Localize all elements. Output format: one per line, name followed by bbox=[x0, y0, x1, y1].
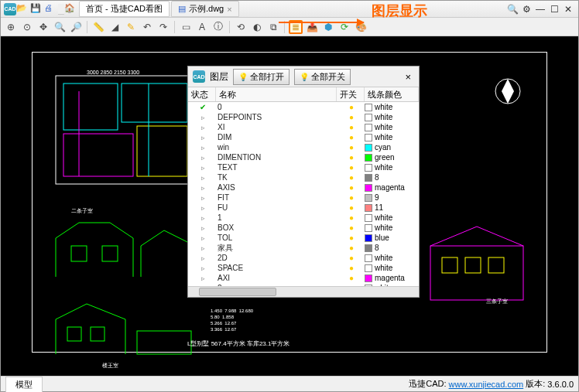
layer-row[interactable]: ▹DIMENTION●green bbox=[188, 152, 419, 162]
search-icon[interactable]: 🔍 bbox=[505, 3, 519, 15]
switch-icon[interactable]: ● bbox=[338, 274, 365, 282]
layer-row[interactable]: ▹BOX●white bbox=[188, 223, 419, 233]
zoom-in-icon[interactable]: 🔍 bbox=[53, 20, 67, 34]
model-tab[interactable]: 模型 bbox=[5, 377, 43, 392]
open-icon[interactable]: 📂 bbox=[16, 3, 29, 15]
layer-row[interactable]: ▹AXI●magenta bbox=[188, 273, 419, 283]
text-icon[interactable]: A bbox=[195, 20, 209, 34]
window-icon[interactable]: ▭ bbox=[179, 20, 193, 34]
layer-row[interactable]: ▹1●white bbox=[188, 213, 419, 223]
col-color[interactable]: 线条颜色 bbox=[365, 87, 419, 101]
switch-icon[interactable]: ● bbox=[338, 153, 365, 162]
layer-color[interactable]: white bbox=[365, 163, 417, 172]
svg-rect-11 bbox=[91, 327, 104, 341]
layer-color[interactable]: white bbox=[365, 264, 417, 272]
layer-row[interactable]: ▹DIM●white bbox=[188, 132, 419, 142]
col-name[interactable]: 名称 bbox=[216, 87, 337, 101]
scrollbar-thumb[interactable] bbox=[199, 288, 276, 296]
switch-icon[interactable]: ● bbox=[338, 133, 365, 141]
layer-color[interactable]: 9 bbox=[365, 193, 417, 202]
minimize-button[interactable]: — bbox=[533, 3, 547, 15]
switch-icon[interactable]: ● bbox=[338, 123, 365, 131]
layer-color[interactable]: magenta bbox=[365, 183, 417, 192]
zoom-out-icon[interactable]: 🔎 bbox=[69, 20, 83, 34]
redo-icon[interactable]: ↷ bbox=[156, 20, 170, 34]
layer-color[interactable]: green bbox=[365, 153, 417, 162]
undo-icon[interactable]: ↶ bbox=[140, 20, 154, 34]
layer-row[interactable]: ▹SPACE●white bbox=[188, 263, 419, 273]
save-icon[interactable]: 💾 bbox=[30, 3, 43, 15]
switch-icon[interactable]: ● bbox=[338, 143, 365, 152]
layer-color[interactable]: white bbox=[365, 213, 417, 222]
layer-color[interactable]: 8 bbox=[365, 244, 417, 252]
open-all-button[interactable]: 💡 全部打开 bbox=[233, 69, 290, 85]
switch-icon[interactable]: ● bbox=[338, 213, 365, 222]
switch-icon[interactable]: ● bbox=[338, 193, 365, 202]
switch-icon[interactable]: ● bbox=[338, 233, 365, 242]
switch-icon[interactable]: ● bbox=[338, 173, 365, 182]
layer-row[interactable]: ▹家具●8 bbox=[188, 243, 419, 253]
tab-file[interactable]: ▤ 示例.dwg × bbox=[171, 1, 239, 17]
measure-dist-icon[interactable]: 📏 bbox=[91, 20, 105, 34]
layer-row[interactable]: ▹FU●11 bbox=[188, 203, 419, 213]
layer-color[interactable]: white bbox=[365, 223, 417, 232]
state-icon: ▹ bbox=[190, 214, 216, 222]
drawing-label: 三条子室 bbox=[486, 298, 508, 305]
measure-area-icon[interactable]: ◢ bbox=[108, 20, 122, 34]
edit-icon[interactable]: ✎ bbox=[124, 20, 138, 34]
switch-icon[interactable]: ● bbox=[338, 203, 365, 212]
layer-color[interactable]: white bbox=[365, 103, 417, 111]
layer-row[interactable]: ▹DEFPOINTS●white bbox=[188, 112, 419, 122]
layer-color[interactable]: 11 bbox=[365, 203, 417, 212]
layer-row[interactable]: ▹FIT●9 bbox=[188, 193, 419, 203]
layer-list[interactable]: ✔0●white▹DEFPOINTS●white▹XI●white▹DIM●wh… bbox=[188, 102, 419, 286]
close-button[interactable]: ✕ bbox=[561, 3, 575, 15]
dialog-close-button[interactable]: × bbox=[402, 71, 414, 83]
layer-row[interactable]: ▹2D●white bbox=[188, 253, 419, 263]
layer-color[interactable]: blue bbox=[365, 233, 417, 242]
layer-row[interactable]: ▹AXIS●magenta bbox=[188, 182, 419, 193]
settings-icon[interactable]: ⚙ bbox=[519, 3, 533, 15]
find-icon[interactable]: ⓘ bbox=[211, 20, 225, 34]
home-icon[interactable]: 🏠 bbox=[64, 3, 77, 15]
switch-icon[interactable]: ● bbox=[338, 163, 365, 172]
switch-icon[interactable]: ● bbox=[338, 223, 365, 232]
rotate-icon[interactable]: ⟲ bbox=[234, 20, 248, 34]
col-state[interactable]: 状态 bbox=[188, 87, 216, 101]
color-icon[interactable]: ◐ bbox=[250, 20, 264, 34]
layer-color[interactable]: white bbox=[365, 254, 417, 262]
zoom-extents-icon[interactable]: ⊙ bbox=[20, 20, 34, 34]
layer-row[interactable]: ▹XI●white bbox=[188, 122, 419, 132]
maximize-button[interactable]: ☐ bbox=[547, 3, 561, 15]
layer-row[interactable]: ▹TEXT●white bbox=[188, 162, 419, 172]
switch-icon[interactable]: ● bbox=[338, 244, 365, 252]
tab-home[interactable]: 首页 - 迅捷CAD看图 bbox=[79, 1, 170, 17]
switch-icon[interactable]: ● bbox=[338, 103, 365, 111]
layer-color[interactable]: white bbox=[365, 133, 417, 141]
svg-rect-3 bbox=[63, 134, 133, 176]
layer-row[interactable]: ▹TOL●blue bbox=[188, 233, 419, 243]
brand-link[interactable]: www.xunjiecad.com bbox=[449, 380, 524, 389]
horizontal-scrollbar[interactable] bbox=[188, 286, 419, 297]
state-icon: ▹ bbox=[190, 204, 216, 212]
col-switch[interactable]: 开关 bbox=[337, 87, 365, 101]
layer-color[interactable]: magenta bbox=[365, 274, 417, 282]
pan-icon[interactable]: ✥ bbox=[36, 20, 50, 34]
switch-icon[interactable]: ● bbox=[338, 254, 365, 262]
layer-row[interactable]: ▹TK●8 bbox=[188, 172, 419, 182]
layer-color[interactable]: white bbox=[365, 123, 417, 131]
layer-row[interactable]: ✔0●white bbox=[188, 102, 419, 112]
switch-icon[interactable]: ● bbox=[338, 264, 365, 272]
layers-dialog: CAD 图层 💡 全部打开 💡 全部开关 × 状态 名称 开关 线条颜色 ✔0●… bbox=[187, 66, 420, 298]
layer-color[interactable]: 8 bbox=[365, 173, 417, 182]
close-all-button[interactable]: 💡 全部开关 bbox=[294, 69, 351, 85]
layer-row[interactable]: ▹win●cyan bbox=[188, 142, 419, 152]
zoom-window-icon[interactable]: ⊕ bbox=[4, 20, 18, 34]
switch-icon[interactable]: ● bbox=[338, 113, 365, 121]
main-toolbar: ⊕ ⊙ ✥ 🔍 🔎 📏 ◢ ✎ ↶ ↷ ▭ A ⓘ ⟲ ◐ ⧉ ≣ 📤 ⬢ ⟳ … bbox=[1, 18, 578, 36]
close-tab-icon[interactable]: × bbox=[227, 5, 231, 14]
layer-color[interactable]: white bbox=[365, 113, 417, 121]
print-icon[interactable]: 🖨 bbox=[44, 3, 57, 15]
switch-icon[interactable]: ● bbox=[338, 183, 365, 192]
layer-color[interactable]: cyan bbox=[365, 143, 417, 152]
